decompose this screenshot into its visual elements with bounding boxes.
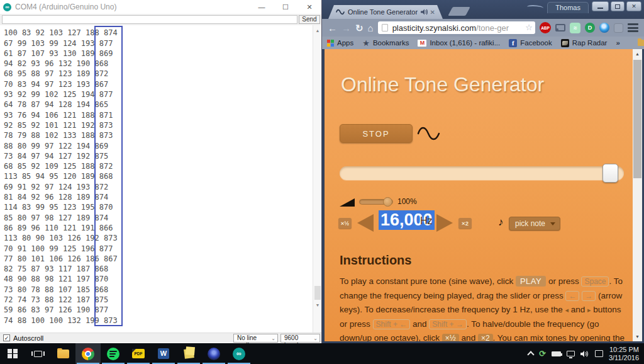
file-explorer-button[interactable]: [50, 343, 75, 364]
battery-icon[interactable]: [552, 351, 561, 356]
back-icon[interactable]: ←: [328, 23, 337, 33]
chromecast-extension-icon[interactable]: [555, 24, 565, 31]
apps-grid-icon: [327, 40, 334, 47]
chevron-down-icon: ⌄: [271, 335, 275, 343]
audio-playing-icon[interactable]: [421, 9, 428, 15]
scroll-down-icon[interactable]: ▼: [633, 334, 642, 339]
folder-icon: [57, 350, 69, 358]
serial-output-area[interactable]: 77 92 93 98 127 190 876 100 83 92 103 12…: [1, 25, 313, 333]
blue-sphere-extension-icon[interactable]: [599, 23, 609, 33]
green-d-extension-icon[interactable]: D: [585, 23, 595, 33]
bookmark-apps[interactable]: Apps: [327, 39, 353, 47]
page-icon: [382, 24, 388, 31]
frequency-slider-handle[interactable]: [602, 164, 618, 183]
task-view-button[interactable]: [25, 343, 50, 364]
pdf-app-taskbar-button[interactable]: PDF: [126, 343, 151, 364]
url-text[interactable]: plasticity.szynalski.com/tone-ger: [392, 23, 509, 33]
spotify-icon: [107, 348, 119, 360]
close-button[interactable]: ✕: [297, 0, 321, 14]
sticky-notes-icon: [184, 348, 194, 359]
page-scrollbar[interactable]: ▲ ▼: [633, 49, 642, 341]
clock-time: 10:25 PM: [609, 346, 639, 354]
double-frequency-button[interactable]: ×2: [458, 218, 472, 229]
stop-button[interactable]: STOP: [340, 124, 413, 143]
forward-icon[interactable]: →: [341, 23, 351, 33]
network-icon[interactable]: [567, 351, 575, 356]
pdf-icon: PDF: [132, 349, 145, 358]
sync-tray-icon[interactable]: ⟳: [539, 349, 546, 358]
bookmarks-overflow-chevron[interactable]: »: [616, 39, 619, 47]
maximize-button[interactable]: [611, 1, 625, 11]
scrollbar-thumb[interactable]: [314, 286, 321, 300]
minimize-button[interactable]: [592, 1, 609, 11]
blue-orb-icon: [208, 348, 220, 360]
decrease-frequency-button[interactable]: [357, 214, 374, 232]
serial-send-row: Send: [0, 14, 321, 25]
bookmark-rap-radar[interactable]: Rap Radar: [561, 39, 608, 47]
chrome-menu-icon[interactable]: [628, 23, 638, 32]
tray-chevron-icon[interactable]: [527, 351, 534, 358]
send-button[interactable]: Send: [299, 15, 320, 24]
scrollbar-thumb[interactable]: [633, 60, 641, 178]
bookmark-facebook[interactable]: f Facebook: [509, 39, 552, 47]
line-ending-select[interactable]: No line ending⌄: [233, 334, 278, 343]
home-icon[interactable]: ⌂: [368, 23, 374, 33]
scroll-down-icon[interactable]: ▼: [313, 301, 322, 310]
browser-tab[interactable]: Online Tone Generator ✕: [328, 5, 443, 19]
shift-left-key-badge: Shift + ←: [373, 319, 411, 329]
pick-note-dropdown[interactable]: pick note: [509, 217, 560, 230]
volume-tray-icon[interactable]: [580, 350, 589, 358]
new-tab-button[interactable]: [448, 7, 470, 16]
baud-rate-select[interactable]: 9600 baud⌄: [280, 334, 320, 343]
profile-name-button[interactable]: Thomas: [547, 2, 589, 13]
rap-radar-icon: [561, 39, 569, 47]
action-center-icon[interactable]: [595, 350, 603, 357]
mint-extension-icon[interactable]: ≋: [570, 23, 580, 33]
sticky-notes-taskbar-button[interactable]: [176, 343, 201, 364]
volume-icon: [340, 198, 355, 207]
page-title: Online Tone Generator: [341, 73, 544, 96]
word-taskbar-button[interactable]: W: [151, 343, 176, 364]
scroll-up-icon[interactable]: ▲: [313, 26, 322, 35]
frequency-slider[interactable]: [340, 166, 624, 180]
space-key-badge: Space: [581, 276, 609, 287]
system-tray: ⟳ 10:25 PM 3/11/2016: [528, 343, 644, 364]
halve-badge: ×½: [442, 334, 459, 341]
taskbar-clock[interactable]: 10:25 PM 3/11/2016: [609, 346, 639, 362]
blue-orb-app-taskbar-button[interactable]: [201, 343, 226, 364]
address-bar[interactable]: plasticity.szynalski.com/tone-ger ☆: [378, 21, 535, 34]
volume-percent-label: 100%: [397, 197, 417, 206]
serial-scrollbar[interactable]: ▲ ▼: [313, 25, 321, 333]
bookmark-inbox[interactable]: M Inbox (1,616) - rafiki...: [418, 39, 500, 47]
volume-slider-handle[interactable]: [383, 197, 392, 207]
tone-generator-page: Online Tone Generator STOP 100% ×½ 16,00…: [325, 49, 642, 341]
disabled-extension-icon[interactable]: [614, 23, 623, 33]
browser-titlebar[interactable]: Thomas ✕ Online Tone Generator ✕: [322, 0, 644, 19]
autoscroll-checkbox[interactable]: ✓: [3, 334, 10, 341]
instructions-heading: Instructions: [340, 253, 411, 268]
start-button[interactable]: [0, 343, 25, 364]
autoscroll-label: Autoscroll: [13, 334, 43, 342]
adblock-extension-icon[interactable]: ABP: [540, 22, 551, 33]
task-view-icon: [34, 351, 42, 357]
tab-close-icon[interactable]: ✕: [430, 9, 435, 16]
serial-send-input[interactable]: [2, 15, 297, 24]
arduino-titlebar[interactable]: ∞ COM4 (Arduino/Genuino Uno) — ☐ ✕: [0, 0, 321, 14]
reload-icon[interactable]: ↻: [355, 23, 364, 33]
word-icon: W: [158, 348, 169, 359]
arduino-taskbar-button[interactable]: ∞: [226, 343, 252, 364]
volume-slider[interactable]: [359, 199, 393, 205]
bookmark-star-icon[interactable]: ☆: [525, 23, 533, 32]
bookmark-bookmarks[interactable]: ★ Bookmarks: [362, 38, 409, 48]
other-bookmarks-folder[interactable]: Other bookmarks: [638, 39, 644, 47]
scroll-up-icon[interactable]: ▲: [633, 52, 642, 56]
halve-frequency-button[interactable]: ×½: [338, 218, 352, 229]
minimize-button[interactable]: —: [250, 0, 274, 14]
maximize-button[interactable]: ☐: [274, 0, 297, 14]
spotify-taskbar-button[interactable]: [101, 343, 126, 364]
increase-frequency-button[interactable]: [436, 214, 453, 232]
chrome-taskbar-button[interactable]: [75, 343, 101, 364]
shift-right-key-badge: Shift + →: [429, 319, 467, 329]
play-key-badge: PLAY: [516, 276, 546, 287]
close-button[interactable]: ✕: [626, 1, 641, 11]
